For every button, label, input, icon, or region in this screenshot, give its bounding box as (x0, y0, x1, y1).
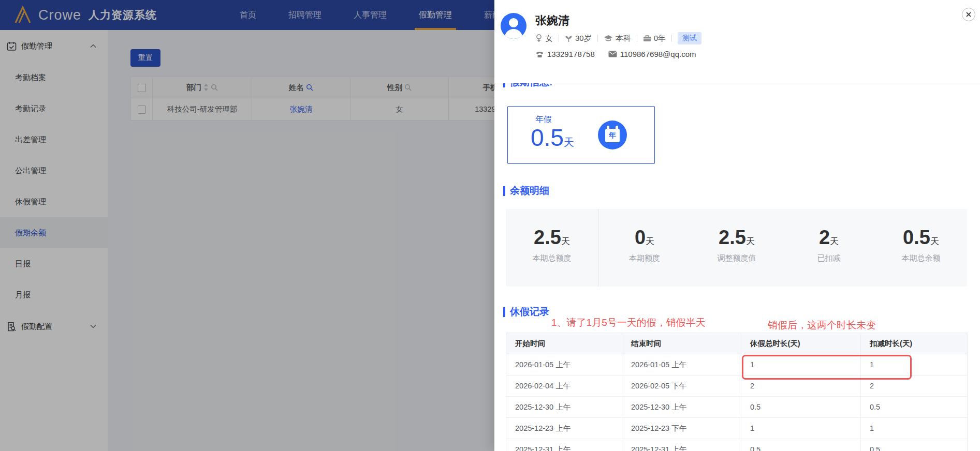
record-row: 2025-12-31 上午2025-12-31 上午 0.50.5 (506, 439, 968, 451)
stat-total-balance: 0.5天 本期总余额 (875, 209, 967, 287)
employee-tag-badge: 测试 (678, 32, 701, 44)
employee-contact-row: 13329178758 1109867698@qq.com (535, 50, 696, 58)
age-sprout-icon (565, 35, 573, 42)
avatar (501, 13, 526, 39)
records-col-total-duration: 休假总时长(天) (741, 333, 861, 354)
employee-age-value: 30岁 (575, 34, 592, 43)
employee-meta-row: 女 30岁 本科 (535, 32, 701, 44)
record-row: 2026-02-04 上午2026-02-05 下午 22 (506, 375, 968, 397)
stat-deducted: 2天 已扣减 (783, 209, 875, 287)
employee-name: 张婉清 (535, 13, 569, 28)
record-row: 2026-01-05 上午2026-01-05 上午 11 (506, 354, 968, 375)
close-drawer-button[interactable] (962, 8, 975, 21)
drawer-header: 张婉清 女 30岁 (494, 0, 980, 83)
work-years-briefcase-icon (643, 35, 651, 42)
employee-email-value: 1109867698@qq.com (620, 50, 696, 58)
stat-adjusted-quota: 2.5天 调整额度值 (691, 209, 783, 287)
app-root: Crowe 人力资源系统 首页 招聘管理 人事管理 假勤管理 薪酬福利管理 假勤… (0, 0, 980, 451)
gender-female-icon (535, 34, 543, 42)
stat-period-quota: 0天 本期额度 (598, 209, 691, 287)
annual-calendar-icon: 年 (598, 121, 627, 149)
leave-balance-value: 0.5天 (531, 124, 574, 152)
annual-leave-card: 年假 0.5天 年 (507, 106, 655, 164)
leave-records-table: 开始时间 结束时间 休假总时长(天) 扣减时长(天) 2026-01-05 上午… (506, 333, 968, 451)
records-col-start: 开始时间 (506, 333, 622, 354)
email-icon (608, 51, 617, 57)
employee-gender-value: 女 (545, 34, 553, 43)
employee-education-value: 本科 (616, 34, 631, 43)
records-col-deducted-duration: 扣减时长(天) (861, 333, 968, 354)
stat-total-quota: 2.5天 本期总额度 (506, 209, 598, 287)
phone-icon (535, 50, 544, 58)
records-header-row: 开始时间 结束时间 休假总时长(天) 扣减时长(天) (506, 333, 968, 354)
employee-phone-value: 13329178758 (547, 50, 595, 58)
education-cap-icon (604, 35, 613, 42)
red-annotation-1: 1、请了1月5号一天的假，销假半天 (551, 316, 706, 329)
balance-section-title: 余额明细 (503, 184, 549, 198)
red-annotation-2: 销假后，这两个时长未变 (768, 319, 876, 332)
balance-summary-card: 2.5天 本期总额度 0天 本期额度 2.5天 调整额度值 2天 已扣减 0.5… (506, 209, 967, 287)
employee-detail-drawer: 假期信息: 年假 0.5天 年 余额明细 2.5天 本期总额度 0天 本期额 (494, 0, 980, 451)
employee-work-years-value: 0年 (654, 34, 666, 43)
records-col-end: 结束时间 (622, 333, 741, 354)
record-row: 2025-12-30 上午2025-12-30 上午 0.50.5 (506, 397, 968, 418)
close-icon (966, 12, 971, 17)
records-section-title: 休假记录 (503, 305, 549, 319)
record-row: 2025-12-23 上午2025-12-23 下午 11 (506, 418, 968, 439)
